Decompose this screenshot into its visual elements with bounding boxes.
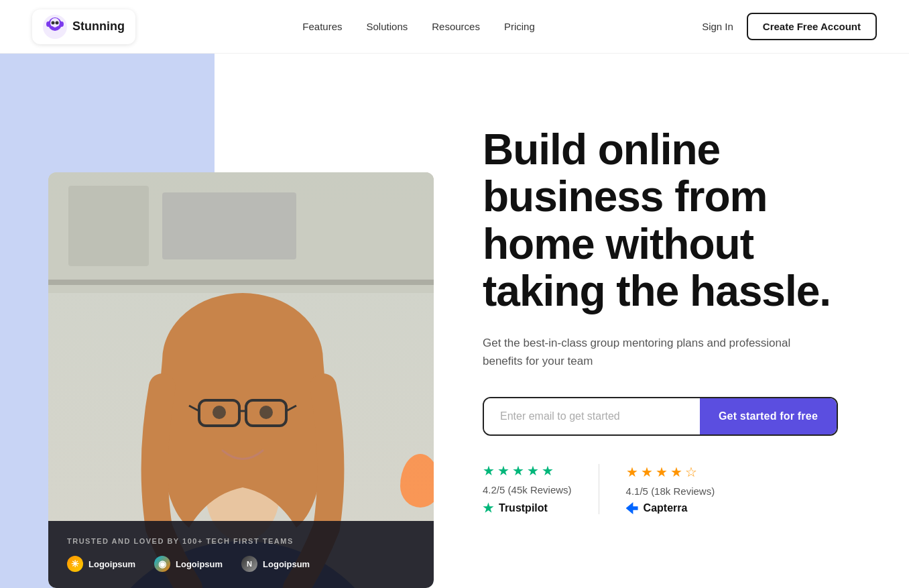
hero-subtext: Get the best-in-class group mentoring pl… bbox=[483, 334, 804, 370]
nav-links: Features Solutions Resources Pricing bbox=[302, 21, 534, 32]
email-form: Get started for free bbox=[483, 397, 838, 436]
hero-image-column: TRUSTED AND LOVED BY 100+ TECH FIRST TEA… bbox=[0, 54, 429, 588]
logo-label-3: Logoipsum bbox=[263, 559, 310, 569]
star-c5: ☆ bbox=[685, 464, 697, 480]
capterra-score: 4.1/5 (18k Reviews) bbox=[626, 485, 715, 497]
svg-point-3 bbox=[52, 21, 55, 24]
svg-point-22 bbox=[213, 406, 226, 419]
trustpilot-score: 4.2/5 (45k Reviews) bbox=[483, 484, 572, 495]
logo-item-3: N Logoipsum bbox=[241, 556, 310, 572]
sign-in-button[interactable]: Sign In bbox=[702, 21, 733, 32]
trusted-logos: ✳ Logoipsum ◉ Logoipsum N Logoipsum bbox=[67, 556, 415, 572]
svg-point-23 bbox=[259, 406, 273, 419]
nav-resources[interactable]: Resources bbox=[432, 21, 480, 32]
capterra-icon bbox=[626, 502, 638, 514]
svg-rect-11 bbox=[162, 192, 296, 259]
nav-pricing[interactable]: Pricing bbox=[504, 21, 535, 32]
get-started-button[interactable]: Get started for free bbox=[700, 398, 837, 434]
logo-item-2: ◉ Logoipsum bbox=[154, 556, 223, 572]
logoipsum-sun-icon: ✳ bbox=[67, 556, 83, 572]
logo-label-1: Logoipsum bbox=[88, 559, 135, 569]
nav-solutions[interactable]: Solutions bbox=[367, 21, 408, 32]
trustpilot-stars: ★ ★ ★ ★ ★ bbox=[483, 463, 572, 479]
create-account-button[interactable]: Create Free Account bbox=[747, 13, 877, 40]
star-4: ★ bbox=[527, 463, 539, 479]
svg-rect-10 bbox=[68, 186, 149, 266]
trustpilot-icon: ★ bbox=[483, 501, 493, 516]
logo-icon bbox=[43, 15, 67, 39]
svg-rect-12 bbox=[48, 280, 434, 285]
svg-point-5 bbox=[46, 21, 50, 27]
logoipsum-n-icon: N bbox=[241, 556, 257, 572]
navbar: Stunning Features Solutions Resources Pr… bbox=[0, 0, 909, 54]
hero-section: TRUSTED AND LOVED BY 100+ TECH FIRST TEA… bbox=[0, 54, 909, 588]
logo[interactable]: Stunning bbox=[32, 9, 135, 44]
star-c1: ★ bbox=[626, 464, 638, 480]
trustpilot-rating: ★ ★ ★ ★ ★ 4.2/5 (45k Reviews) ★ Trustpil… bbox=[483, 463, 599, 516]
svg-point-4 bbox=[56, 21, 59, 24]
hero-image-wrapper: TRUSTED AND LOVED BY 100+ TECH FIRST TEA… bbox=[48, 172, 434, 588]
star-2: ★ bbox=[497, 463, 509, 479]
star-c3: ★ bbox=[656, 464, 668, 480]
capterra-platform: Capterra bbox=[626, 502, 715, 514]
nav-features[interactable]: Features bbox=[302, 21, 342, 32]
trusted-banner: TRUSTED AND LOVED BY 100+ TECH FIRST TEA… bbox=[48, 521, 434, 588]
star-1: ★ bbox=[483, 463, 495, 479]
trusted-title: TRUSTED AND LOVED BY 100+ TECH FIRST TEA… bbox=[67, 537, 415, 545]
nav-right: Sign In Create Free Account bbox=[702, 13, 877, 40]
star-5: ★ bbox=[542, 463, 554, 479]
capterra-rating: ★ ★ ★ ★ ☆ 4.1/5 (18k Reviews) Capterra bbox=[599, 464, 715, 514]
ratings-row: ★ ★ ★ ★ ★ 4.2/5 (45k Reviews) ★ Trustpil… bbox=[483, 463, 855, 516]
svg-point-6 bbox=[60, 21, 64, 27]
logo-item-1: ✳ Logoipsum bbox=[67, 556, 135, 572]
email-input[interactable] bbox=[484, 398, 700, 434]
capterra-label: Capterra bbox=[644, 502, 688, 514]
trustpilot-platform: ★ Trustpilot bbox=[483, 501, 572, 516]
hero-content: Build online business from home without … bbox=[429, 54, 909, 588]
logo-label-2: Logoipsum bbox=[176, 559, 223, 569]
hero-headline: Build online business from home without … bbox=[483, 126, 855, 315]
logo-text: Stunning bbox=[72, 19, 125, 34]
star-c4: ★ bbox=[670, 464, 682, 480]
star-c2: ★ bbox=[641, 464, 653, 480]
capterra-stars: ★ ★ ★ ★ ☆ bbox=[626, 464, 715, 480]
trustpilot-label: Trustpilot bbox=[499, 502, 548, 514]
star-3: ★ bbox=[512, 463, 524, 479]
logoipsum-circle-icon: ◉ bbox=[154, 556, 170, 572]
